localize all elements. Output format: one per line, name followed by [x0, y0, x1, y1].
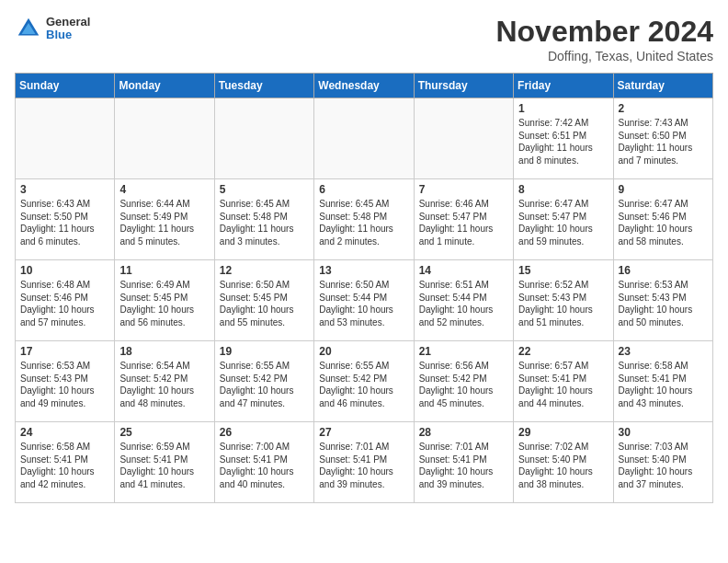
days-of-week-row: SundayMondayTuesdayWednesdayThursdayFrid… — [16, 74, 713, 98]
calendar-cell: 17Sunrise: 6:53 AM Sunset: 5:43 PM Dayli… — [16, 341, 115, 422]
calendar-cell — [115, 98, 214, 179]
col-header-saturday: Saturday — [613, 74, 712, 98]
logo-icon — [15, 15, 42, 42]
month-title: November 2024 — [495, 15, 713, 49]
day-number: 4 — [119, 183, 209, 196]
calendar-cell — [414, 98, 513, 179]
week-row-4: 17Sunrise: 6:53 AM Sunset: 5:43 PM Dayli… — [16, 341, 713, 422]
day-info: Sunrise: 6:59 AM Sunset: 5:41 PM Dayligh… — [119, 441, 209, 490]
day-info: Sunrise: 6:54 AM Sunset: 5:42 PM Dayligh… — [119, 360, 209, 409]
week-row-5: 24Sunrise: 6:58 AM Sunset: 5:41 PM Dayli… — [16, 422, 713, 503]
day-info: Sunrise: 6:44 AM Sunset: 5:49 PM Dayligh… — [119, 198, 209, 247]
calendar-cell — [314, 98, 414, 179]
calendar-table: SundayMondayTuesdayWednesdayThursdayFrid… — [15, 73, 713, 503]
day-number: 16 — [619, 264, 708, 277]
calendar-cell: 12Sunrise: 6:50 AM Sunset: 5:45 PM Dayli… — [214, 260, 313, 341]
calendar-cell: 22Sunrise: 6:57 AM Sunset: 5:41 PM Dayli… — [514, 341, 613, 422]
week-row-2: 3Sunrise: 6:43 AM Sunset: 5:50 PM Daylig… — [16, 179, 713, 260]
calendar-cell: 3Sunrise: 6:43 AM Sunset: 5:50 PM Daylig… — [16, 179, 115, 260]
calendar-cell: 13Sunrise: 6:50 AM Sunset: 5:44 PM Dayli… — [314, 260, 414, 341]
calendar-cell: 23Sunrise: 6:58 AM Sunset: 5:41 PM Dayli… — [613, 341, 712, 422]
day-number: 7 — [419, 183, 508, 196]
calendar-cell: 18Sunrise: 6:54 AM Sunset: 5:42 PM Dayli… — [115, 341, 214, 422]
col-header-friday: Friday — [514, 74, 613, 98]
col-header-thursday: Thursday — [414, 74, 513, 98]
calendar-cell: 5Sunrise: 6:45 AM Sunset: 5:48 PM Daylig… — [214, 179, 313, 260]
logo-blue-text: Blue — [46, 29, 90, 41]
col-header-monday: Monday — [115, 74, 214, 98]
day-info: Sunrise: 7:03 AM Sunset: 5:40 PM Dayligh… — [619, 441, 708, 490]
day-number: 21 — [419, 345, 508, 358]
day-info: Sunrise: 6:53 AM Sunset: 5:43 PM Dayligh… — [20, 360, 109, 409]
calendar-cell: 2Sunrise: 7:43 AM Sunset: 6:50 PM Daylig… — [613, 98, 712, 179]
day-number: 10 — [20, 264, 109, 277]
day-number: 29 — [518, 426, 608, 439]
day-number: 22 — [518, 345, 608, 358]
day-number: 25 — [119, 426, 209, 439]
day-info: Sunrise: 6:55 AM Sunset: 5:42 PM Dayligh… — [319, 360, 408, 409]
day-info: Sunrise: 6:56 AM Sunset: 5:42 PM Dayligh… — [419, 360, 508, 409]
day-number: 24 — [20, 426, 109, 439]
calendar-cell: 21Sunrise: 6:56 AM Sunset: 5:42 PM Dayli… — [414, 341, 513, 422]
calendar-cell: 1Sunrise: 7:42 AM Sunset: 6:51 PM Daylig… — [514, 98, 613, 179]
calendar-cell: 27Sunrise: 7:01 AM Sunset: 5:41 PM Dayli… — [314, 422, 414, 503]
day-number: 17 — [20, 345, 109, 358]
day-info: Sunrise: 6:55 AM Sunset: 5:42 PM Dayligh… — [220, 360, 309, 409]
day-number: 23 — [619, 345, 708, 358]
calendar-cell: 8Sunrise: 6:47 AM Sunset: 5:47 PM Daylig… — [514, 179, 613, 260]
day-info: Sunrise: 6:58 AM Sunset: 5:41 PM Dayligh… — [20, 441, 109, 490]
col-header-sunday: Sunday — [16, 74, 115, 98]
col-header-wednesday: Wednesday — [314, 74, 414, 98]
calendar-cell: 19Sunrise: 6:55 AM Sunset: 5:42 PM Dayli… — [214, 341, 313, 422]
calendar-cell: 10Sunrise: 6:48 AM Sunset: 5:46 PM Dayli… — [16, 260, 115, 341]
col-header-tuesday: Tuesday — [214, 74, 313, 98]
calendar-cell: 29Sunrise: 7:02 AM Sunset: 5:40 PM Dayli… — [514, 422, 613, 503]
calendar-cell: 28Sunrise: 7:01 AM Sunset: 5:41 PM Dayli… — [414, 422, 513, 503]
logo-general-text: General — [46, 16, 90, 29]
day-info: Sunrise: 6:47 AM Sunset: 5:47 PM Dayligh… — [518, 198, 608, 247]
calendar-cell: 15Sunrise: 6:52 AM Sunset: 5:43 PM Dayli… — [514, 260, 613, 341]
title-block: November 2024 Doffing, Texas, United Sta… — [495, 15, 713, 63]
day-number: 13 — [319, 264, 408, 277]
calendar-cell: 9Sunrise: 6:47 AM Sunset: 5:46 PM Daylig… — [613, 179, 712, 260]
day-number: 20 — [319, 345, 408, 358]
day-number: 6 — [319, 183, 408, 196]
day-number: 15 — [518, 264, 608, 277]
day-number: 5 — [220, 183, 309, 196]
day-number: 30 — [619, 426, 708, 439]
day-info: Sunrise: 6:46 AM Sunset: 5:47 PM Dayligh… — [419, 198, 508, 247]
location-title: Doffing, Texas, United States — [495, 49, 713, 63]
day-info: Sunrise: 6:57 AM Sunset: 5:41 PM Dayligh… — [518, 360, 608, 409]
week-row-1: 1Sunrise: 7:42 AM Sunset: 6:51 PM Daylig… — [16, 98, 713, 179]
day-info: Sunrise: 7:43 AM Sunset: 6:50 PM Dayligh… — [619, 117, 708, 167]
day-info: Sunrise: 7:01 AM Sunset: 5:41 PM Dayligh… — [419, 441, 508, 490]
calendar-cell: 11Sunrise: 6:49 AM Sunset: 5:45 PM Dayli… — [115, 260, 214, 341]
day-info: Sunrise: 6:58 AM Sunset: 5:41 PM Dayligh… — [619, 360, 708, 409]
day-number: 12 — [220, 264, 309, 277]
day-info: Sunrise: 6:51 AM Sunset: 5:44 PM Dayligh… — [419, 279, 508, 328]
day-info: Sunrise: 7:01 AM Sunset: 5:41 PM Dayligh… — [319, 441, 408, 490]
logo: General Blue — [15, 15, 90, 42]
header: General Blue November 2024 Doffing, Texa… — [15, 15, 713, 63]
day-number: 3 — [20, 183, 109, 196]
day-info: Sunrise: 6:50 AM Sunset: 5:44 PM Dayligh… — [319, 279, 408, 328]
day-number: 28 — [419, 426, 508, 439]
calendar-cell: 24Sunrise: 6:58 AM Sunset: 5:41 PM Dayli… — [16, 422, 115, 503]
day-number: 18 — [119, 345, 209, 358]
calendar-cell: 25Sunrise: 6:59 AM Sunset: 5:41 PM Dayli… — [115, 422, 214, 503]
day-number: 8 — [518, 183, 608, 196]
day-info: Sunrise: 6:53 AM Sunset: 5:43 PM Dayligh… — [619, 279, 708, 328]
day-info: Sunrise: 6:43 AM Sunset: 5:50 PM Dayligh… — [20, 198, 109, 247]
day-number: 27 — [319, 426, 408, 439]
calendar-cell: 14Sunrise: 6:51 AM Sunset: 5:44 PM Dayli… — [414, 260, 513, 341]
day-number: 2 — [619, 102, 708, 115]
day-number: 1 — [518, 102, 608, 115]
calendar-cell: 20Sunrise: 6:55 AM Sunset: 5:42 PM Dayli… — [314, 341, 414, 422]
day-info: Sunrise: 6:52 AM Sunset: 5:43 PM Dayligh… — [518, 279, 608, 328]
calendar-cell: 30Sunrise: 7:03 AM Sunset: 5:40 PM Dayli… — [613, 422, 712, 503]
day-info: Sunrise: 6:45 AM Sunset: 5:48 PM Dayligh… — [319, 198, 408, 247]
calendar-cell: 26Sunrise: 7:00 AM Sunset: 5:41 PM Dayli… — [214, 422, 313, 503]
day-info: Sunrise: 7:02 AM Sunset: 5:40 PM Dayligh… — [518, 441, 608, 490]
day-info: Sunrise: 6:45 AM Sunset: 5:48 PM Dayligh… — [220, 198, 309, 247]
day-number: 19 — [220, 345, 309, 358]
